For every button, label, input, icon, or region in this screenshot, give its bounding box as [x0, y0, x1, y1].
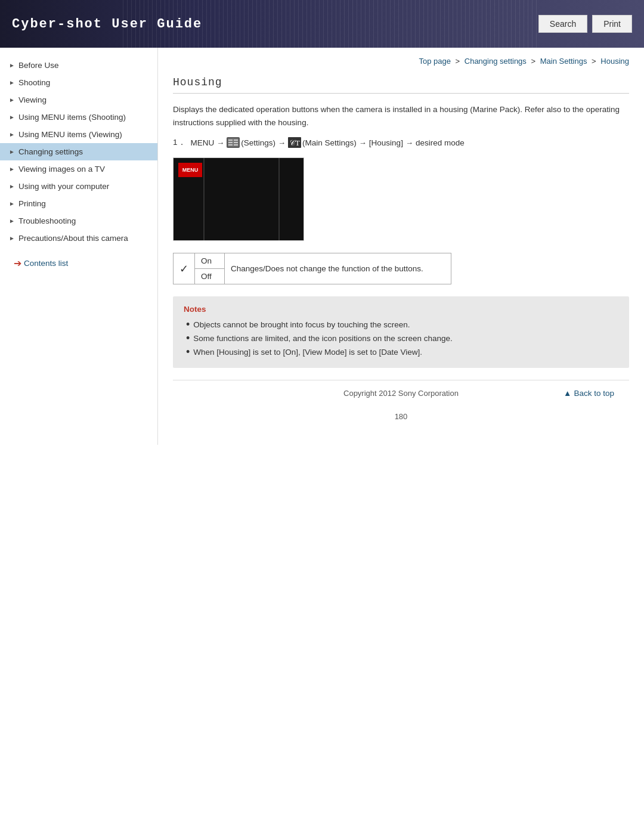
bullet-icon: •: [186, 318, 190, 332]
header: Cyber-shot User Guide Search Print: [0, 0, 644, 48]
menu-label: MENU: [191, 138, 215, 147]
notes-text-2: Some functions are limited, and the icon…: [193, 332, 453, 346]
page-number: 180: [173, 406, 629, 427]
notes-item-2: • Some functions are limited, and the ic…: [184, 332, 618, 346]
sidebar-item-label: Viewing images on a TV: [18, 165, 105, 174]
svg-rect-5: [234, 140, 238, 141]
sidebar-item-label: Troubleshooting: [18, 216, 76, 225]
sidebar-item-printing[interactable]: ► Printing: [0, 195, 157, 212]
options-table: ✓ On Changes/Does not change the functio…: [173, 253, 451, 284]
desired-mode-label: desired mode: [416, 138, 465, 147]
chevron-right-icon: ►: [9, 62, 15, 69]
content-area: Top page > Changing settings > Main Sett…: [158, 48, 644, 445]
svg-rect-6: [234, 142, 238, 143]
sidebar-item-label: Viewing: [18, 95, 47, 104]
sidebar-item-label: Using MENU items (Shooting): [18, 113, 126, 122]
sidebar-item-menu-viewing[interactable]: ► Using MENU items (Viewing): [0, 126, 157, 143]
chevron-right-icon: ►: [9, 166, 15, 172]
chevron-right-icon: ►: [9, 218, 15, 224]
sidebar-item-label: Precautions/About this camera: [18, 234, 128, 243]
sidebar-item-label: Using MENU items (Viewing): [18, 130, 122, 139]
sidebar-item-before-use[interactable]: ► Before Use: [0, 57, 157, 74]
chevron-right-icon: ►: [9, 148, 15, 155]
page-title: Housing: [173, 76, 629, 94]
sidebar-item-shooting[interactable]: ► Shooting: [0, 74, 157, 91]
sidebar-item-precautions[interactable]: ► Precautions/About this camera: [0, 230, 157, 247]
breadcrumb-changing-settings[interactable]: Changing settings: [465, 57, 527, 66]
sidebar-item-computer[interactable]: ► Using with your computer: [0, 178, 157, 195]
arrow-icon: →: [278, 138, 286, 147]
menu-right-panel: [280, 158, 304, 241]
main-settings-text: (Main Settings): [302, 138, 357, 147]
content-description: Displays the dedicated operation buttons…: [173, 103, 629, 129]
svg-rect-4: [228, 144, 233, 145]
sidebar-item-label: Shooting: [18, 78, 50, 87]
svg-rect-3: [228, 142, 233, 143]
notes-text-1: Objects cannot be brought into focus by …: [193, 318, 410, 332]
arrow-icon: →: [216, 138, 224, 147]
chevron-right-icon: ►: [9, 183, 15, 190]
option-on: On: [195, 253, 225, 269]
step-instruction: 1． MENU → (Settings) →: [173, 137, 629, 148]
back-to-top-link[interactable]: ▲ Back to top: [564, 389, 614, 398]
arrow-right-icon: ➔: [14, 258, 21, 269]
page-footer: Copyright 2012 Sony Corporation ▲ Back t…: [173, 380, 629, 406]
main-settings-icon: 𝒞T: [288, 137, 301, 148]
arrow-icon: →: [359, 138, 367, 147]
header-buttons: Search Print: [538, 15, 644, 33]
menu-text: MENU: [182, 167, 199, 173]
settings-icon-group: (Settings): [227, 137, 275, 148]
back-to-top-label: Back to top: [574, 389, 614, 398]
sidebar-item-menu-shooting[interactable]: ► Using MENU items (Shooting): [0, 109, 157, 126]
sidebar-item-viewing-tv[interactable]: ► Viewing images on a TV: [0, 160, 157, 178]
menu-red-bar: MENU: [178, 163, 202, 177]
breadcrumb: Top page > Changing settings > Main Sett…: [173, 57, 629, 66]
breadcrumb-main-settings[interactable]: Main Settings: [540, 57, 587, 66]
option-description: Changes/Does not change the function of …: [225, 253, 451, 284]
notes-box: Notes • Objects cannot be brought into f…: [173, 296, 629, 368]
contents-list-link[interactable]: ➔ Contents list: [5, 253, 157, 274]
notes-item-1: • Objects cannot be brought into focus b…: [184, 318, 618, 332]
svg-rect-7: [234, 144, 238, 145]
notes-item-3: • When [Housing] is set to [On], [View M…: [184, 346, 618, 360]
search-button[interactable]: Search: [538, 15, 587, 33]
chevron-right-icon: ►: [9, 235, 15, 241]
chevron-right-icon: ►: [9, 131, 15, 138]
copyright-text: Copyright 2012 Sony Corporation: [330, 389, 472, 398]
option-off: Off: [195, 269, 225, 284]
print-button[interactable]: Print: [592, 15, 632, 33]
app-title: Cyber-shot User Guide: [0, 17, 202, 32]
main-container: ► Before Use ► Shooting ► Viewing ► Usin…: [0, 48, 644, 445]
triangle-up-icon: ▲: [564, 389, 571, 398]
breadcrumb-top-page[interactable]: Top page: [419, 57, 451, 66]
chevron-right-icon: ►: [9, 97, 15, 103]
sidebar-item-label: Before Use: [18, 61, 59, 70]
sidebar-item-changing-settings[interactable]: ► Changing settings: [0, 143, 157, 160]
chevron-right-icon: ►: [9, 200, 15, 207]
arrow-icon: →: [405, 138, 413, 147]
notes-text-3: When [Housing] is set to [On], [View Mod…: [193, 346, 422, 360]
main-settings-icon-group: 𝒞T (Main Settings): [288, 137, 357, 148]
menu-screenshot: MENU: [173, 157, 304, 241]
chevron-right-icon: ►: [9, 114, 15, 120]
table-row: ✓ On Changes/Does not change the functio…: [174, 253, 451, 269]
settings-icon: [227, 137, 240, 148]
sidebar-item-label: Changing settings: [18, 147, 83, 156]
notes-title: Notes: [184, 305, 618, 314]
step-number: 1．: [173, 137, 186, 148]
bullet-icon: •: [186, 346, 190, 359]
chevron-right-icon: ►: [9, 79, 15, 86]
bullet-icon: •: [186, 332, 190, 345]
sidebar-item-troubleshooting[interactable]: ► Troubleshooting: [0, 212, 157, 230]
sidebar-item-viewing[interactable]: ► Viewing: [0, 91, 157, 109]
breadcrumb-current: Housing: [600, 57, 629, 66]
housing-bracket: [Housing]: [369, 138, 403, 147]
sidebar-item-label: Printing: [18, 199, 46, 208]
svg-rect-2: [228, 140, 233, 141]
sidebar: ► Before Use ► Shooting ► Viewing ► Usin…: [0, 48, 158, 445]
sidebar-item-label: Using with your computer: [18, 182, 109, 191]
svg-text:𝒞T: 𝒞T: [289, 138, 300, 147]
menu-panel-left: MENU: [174, 158, 203, 241]
checkmark-icon: ✓: [179, 263, 188, 275]
settings-text: (Settings): [241, 138, 275, 147]
